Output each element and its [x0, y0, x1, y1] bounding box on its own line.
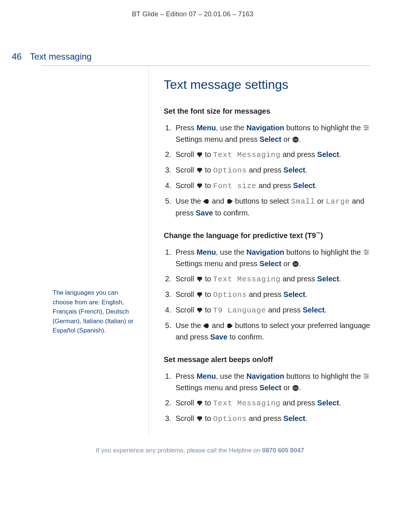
lcd-text: T9 Language — [213, 306, 266, 315]
text: . — [305, 414, 307, 422]
lcd-text: Options — [213, 166, 247, 175]
step: Scroll to Font size and press Select. — [173, 180, 370, 192]
keyword-navigation: Navigation — [246, 372, 284, 380]
step: Scroll to Options and press Select. — [173, 413, 370, 425]
steps-language: Press Menu, use the Navigation buttons t… — [164, 247, 370, 343]
text: to confirm. — [227, 333, 264, 341]
lcd-text: Text Messaging — [213, 399, 280, 408]
text: . — [339, 399, 341, 407]
keyword-select: Select — [283, 166, 305, 174]
keyword-select: Select — [317, 275, 339, 283]
text: . — [339, 275, 341, 283]
keyword-select: Select — [283, 414, 305, 422]
footer-text: If you experience any problems, please c… — [96, 447, 262, 454]
text: and — [210, 321, 226, 329]
keyword-navigation: Navigation — [246, 124, 284, 132]
text: and — [210, 197, 226, 205]
settings-icon — [363, 372, 370, 380]
text: to confirm. — [213, 209, 250, 217]
text: to — [203, 290, 213, 298]
lcd-text: Large — [326, 197, 350, 206]
sidebar: The languages you can choose from are: E… — [41, 66, 149, 436]
keyword-menu: Menu — [197, 124, 216, 132]
text: , use the — [216, 372, 246, 380]
text: and press — [247, 166, 283, 174]
keyword-select: Select — [260, 384, 281, 392]
keyword-select: Select — [317, 150, 339, 158]
text: Press — [176, 372, 197, 380]
manual-page: BT Glide – Edition 07 – 20.01.06 – 7163 … — [0, 0, 400, 532]
keyword-menu: Menu — [197, 248, 216, 256]
keyword-navigation: Navigation — [246, 248, 284, 256]
text: . — [299, 384, 301, 392]
trademark: ™ — [316, 231, 320, 236]
section-title-font: Set the font size for messages — [164, 106, 370, 117]
chapter-title: Text messaging — [30, 51, 92, 62]
text: and press — [247, 290, 283, 298]
text: and press — [280, 275, 317, 283]
text: Scroll — [176, 166, 196, 174]
text: to — [203, 181, 213, 190]
text: and press — [280, 399, 317, 407]
settings-icon — [363, 124, 370, 131]
text: Change the language for predictive text … — [164, 231, 316, 240]
text: to — [203, 399, 213, 407]
text: . — [305, 290, 307, 298]
keyword-select: Select — [260, 260, 281, 268]
document-header: BT Glide – Edition 07 – 20.01.06 – 7163 — [15, 10, 370, 18]
text: Use the — [176, 197, 203, 205]
text: , use the — [216, 248, 246, 256]
lcd-text: Small — [291, 197, 315, 206]
nav-left-icon — [203, 322, 210, 329]
text: Scroll — [176, 275, 196, 283]
step: Press Menu, use the Navigation buttons t… — [173, 247, 370, 270]
text: and press — [256, 181, 293, 190]
keyword-select: Select — [260, 135, 281, 143]
scroll-down-icon — [196, 307, 203, 314]
step: Press Menu, use the Navigation buttons t… — [173, 371, 370, 394]
text: and press — [247, 414, 283, 422]
sidebar-note: The languages you can choose from are: E… — [53, 288, 137, 335]
text: Use the — [176, 321, 203, 329]
scroll-down-icon — [196, 167, 203, 174]
ok-button-icon — [292, 261, 299, 267]
main-heading: Text message settings — [164, 75, 370, 94]
text: Scroll — [176, 290, 196, 298]
keyword-menu: Menu — [197, 372, 216, 380]
scroll-down-icon — [196, 400, 203, 406]
text: buttons to highlight the — [284, 124, 363, 132]
text: buttons to select — [233, 197, 291, 205]
lcd-text: Text Messaging — [213, 151, 280, 159]
lcd-text: Text Messaging — [213, 275, 280, 284]
step: Scroll to Options and press Select. — [173, 289, 370, 301]
settings-icon — [363, 248, 370, 256]
text: Settings menu and press — [176, 260, 260, 268]
steps-alert: Press Menu, use the Navigation buttons t… — [164, 371, 370, 425]
scroll-down-icon — [196, 415, 203, 422]
text: , use the — [216, 124, 246, 132]
steps-font: Press Menu, use the Navigation buttons t… — [164, 122, 370, 219]
step: Scroll to T9 Language and press Select. — [173, 304, 370, 316]
section-title-alert: Set message alert beeps on/off — [164, 354, 370, 365]
scroll-down-icon — [196, 151, 203, 158]
keyword-select: Select — [283, 290, 305, 298]
footer: If you experience any problems, please c… — [0, 447, 400, 454]
step: Press Menu, use the Navigation buttons t… — [173, 122, 370, 145]
chapter-header: 46 Text messaging — [12, 51, 370, 62]
keyword-select: Select — [317, 399, 339, 407]
step: Scroll to Text Messaging and press Selec… — [173, 397, 370, 409]
keyword-select: Select — [293, 181, 315, 190]
step: Use the and buttons to select your prefe… — [173, 320, 370, 343]
step: Scroll to Text Messaging and press Selec… — [173, 149, 370, 161]
nav-right-icon — [226, 322, 233, 329]
section-title-language: Change the language for predictive text … — [164, 230, 370, 241]
ok-button-icon — [292, 385, 299, 391]
text: Scroll — [176, 414, 196, 422]
keyword-save: Save — [196, 209, 213, 217]
nav-left-icon — [203, 198, 210, 205]
text: to — [203, 166, 213, 174]
text: Scroll — [176, 399, 196, 407]
text: and press — [280, 150, 317, 158]
text: to — [203, 306, 213, 314]
page-number: 46 — [12, 51, 22, 62]
